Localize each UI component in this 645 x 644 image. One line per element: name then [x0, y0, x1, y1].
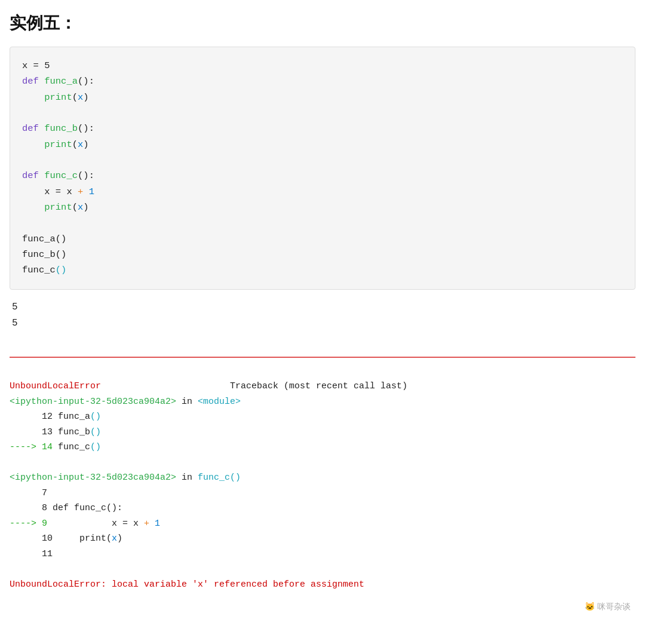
- lineno13: 13: [42, 427, 53, 437]
- call-c1-paren-tb: (): [90, 442, 101, 452]
- assign-x-lhs-tb: x: [69, 519, 117, 529]
- module-ref: <module>: [198, 397, 241, 407]
- arg-a: x: [78, 92, 83, 103]
- call-func-b: func_b(): [22, 249, 66, 260]
- output-block: 5 5: [10, 299, 635, 332]
- output-line1: 5: [12, 302, 18, 312]
- watermark: 🐱 咪哥杂谈: [10, 602, 635, 612]
- assign-x-lhs: x: [44, 186, 50, 197]
- arg-c: x: [78, 202, 83, 213]
- error-block: UnboundLocalError Traceback (most recent…: [10, 341, 635, 592]
- lineno11: 11: [42, 549, 53, 559]
- x-rhs-tb: x: [133, 519, 139, 529]
- in-label1: in: [182, 397, 192, 407]
- lineno12: 12: [42, 412, 53, 422]
- call-c1-tb: func_c: [58, 442, 90, 452]
- eq2-tb: =: [117, 519, 133, 529]
- func-a-name: func_a: [44, 76, 78, 87]
- func-c-name: func_c: [44, 170, 78, 181]
- call-a-paren-tb: (): [90, 412, 101, 422]
- call-func-c-paren: (): [56, 265, 67, 275]
- error-name-top: UnboundLocalError: [10, 381, 101, 391]
- func-b-paren: ():: [78, 123, 94, 134]
- call-b-paren-tb: (): [90, 427, 101, 437]
- arrow14: ----> 14: [10, 442, 53, 452]
- arrow9: ----> 9: [10, 519, 47, 529]
- def-kw-b: def: [22, 123, 39, 134]
- ipython-ref1: <ipython-input-32-5d023ca904a2>: [10, 397, 176, 407]
- print-a: print: [44, 92, 72, 103]
- print2-tb: print: [79, 533, 106, 544]
- func-c-ref: func_c(): [198, 473, 241, 483]
- lineno10: 10: [42, 533, 53, 544]
- ipython-ref2: <ipython-input-32-5d023ca904a2>: [10, 473, 176, 483]
- func-c-paren: ():: [78, 170, 94, 181]
- page-title: 实例五：: [10, 12, 635, 35]
- def-kw-a: def: [22, 76, 39, 87]
- assign-num: 1: [89, 186, 94, 197]
- final-error-line: UnboundLocalError: local variable 'x' re…: [10, 579, 364, 590]
- arg-b: x: [78, 139, 83, 150]
- def-kw-c: def: [22, 170, 39, 181]
- arg-x2-tb: x: [112, 533, 117, 544]
- assign-eq: =: [50, 186, 67, 197]
- call-func-a: func_a(): [22, 234, 66, 244]
- print-b: print: [44, 139, 72, 150]
- def-kw-tb: def: [53, 503, 69, 513]
- code-line1: x = 5: [22, 60, 50, 71]
- lineno7: 7: [42, 488, 47, 498]
- func-b-name: func_b: [44, 123, 78, 134]
- func-c-def-tb: func_c: [74, 503, 106, 513]
- call-b-tb: func_b: [58, 427, 90, 437]
- assign-x-rhs: x: [66, 186, 72, 197]
- call-func-c-name: func_c: [22, 265, 56, 275]
- error-separator: [10, 357, 635, 358]
- func-a-paren: ():: [78, 76, 94, 87]
- traceback-label: Traceback (most recent call last): [230, 381, 407, 391]
- call-a-tb: func_a: [58, 412, 90, 422]
- print-c: print: [44, 202, 72, 213]
- output-line2: 5: [12, 318, 18, 329]
- num1-tb: 1: [155, 519, 160, 529]
- assign-plus: +: [72, 186, 89, 197]
- lineno8: 8: [42, 503, 47, 513]
- watermark-text: 咪哥杂谈: [597, 602, 631, 611]
- plus2-tb: +: [139, 519, 155, 529]
- watermark-icon: 🐱: [585, 602, 595, 611]
- code-block: x = 5 def func_a(): print(x) def func_b(…: [10, 47, 635, 290]
- func-c-def-paren-tb: ():: [106, 503, 122, 513]
- in-label2: in: [182, 473, 192, 483]
